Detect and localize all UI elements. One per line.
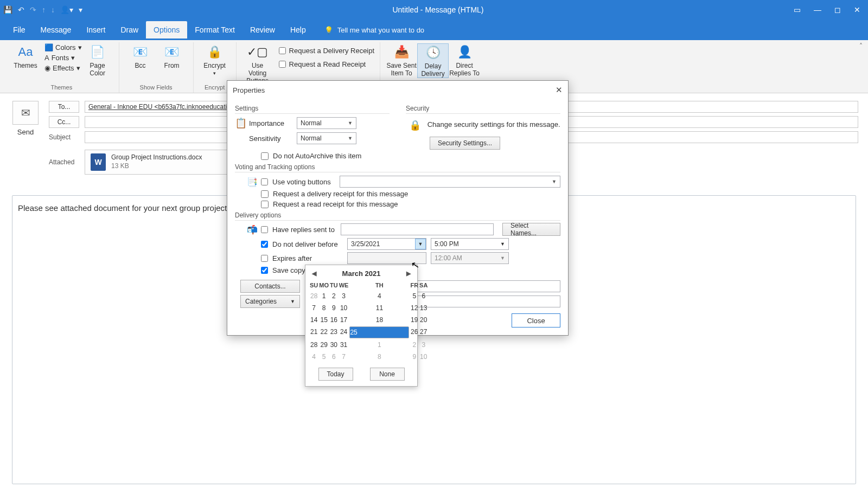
no-deliver-check[interactable]	[261, 241, 268, 248]
calendar-day[interactable]: 8	[349, 351, 409, 362]
calendar-day[interactable]: 19	[410, 314, 418, 325]
collapse-ribbon-icon[interactable]: ˄	[859, 42, 863, 50]
save-icon[interactable]: 💾	[3, 5, 12, 14]
tab-message[interactable]: Message	[33, 21, 79, 38]
calendar-day[interactable]: 2	[330, 291, 338, 301]
close-button[interactable]: Close	[512, 313, 560, 328]
tab-options[interactable]: Options	[146, 21, 187, 38]
direct-replies-button[interactable]: 👤Direct Replies To	[449, 43, 480, 78]
ribbon-display-icon[interactable]: ▭	[794, 5, 801, 14]
prev-month-icon[interactable]: ◀	[312, 270, 316, 277]
have-replies-check[interactable]	[261, 226, 268, 233]
expires-date-field[interactable]	[347, 252, 426, 264]
calendar-day[interactable]: 10	[339, 303, 349, 313]
from-button[interactable]: 📧From	[156, 43, 188, 69]
calendar-day[interactable]: 10	[419, 351, 427, 362]
calendar-day[interactable]: 23	[330, 326, 338, 338]
cc-button[interactable]: Cc...	[49, 116, 79, 128]
next-month-icon[interactable]: ▶	[406, 270, 411, 277]
calendar-day[interactable]: 21	[310, 326, 318, 338]
tell-me[interactable]: 💡 Tell me what you want to do	[324, 26, 424, 34]
calendar-day[interactable]: 14	[310, 314, 318, 325]
calendar-day[interactable]: 5	[319, 351, 329, 362]
calendar-day[interactable]: 13	[419, 303, 427, 313]
calendar-day[interactable]: 24	[339, 326, 349, 338]
importance-select[interactable]: Normal▼	[297, 117, 356, 129]
attachment-chip[interactable]: W Group Project Instructions.docx 13 KB …	[85, 150, 237, 175]
read-receipt-check[interactable]: Request a Read Receipt	[279, 60, 375, 68]
expires-time-field[interactable]: 12:00 AM▼	[431, 252, 509, 264]
req-delivery-check[interactable]	[261, 190, 269, 198]
calendar-day[interactable]: 6	[419, 291, 427, 301]
delay-delivery-button[interactable]: 🕓Delay Delivery	[417, 43, 449, 78]
calendar-day[interactable]: 27	[419, 326, 427, 338]
save-sent-button[interactable]: 📥Save Sent Item To	[386, 43, 417, 78]
req-read-check[interactable]	[261, 201, 269, 208]
calendar-day[interactable]: 3	[419, 339, 427, 350]
categories-button[interactable]: Categories▼	[240, 295, 300, 308]
expires-check[interactable]	[261, 255, 268, 262]
save-copy-check[interactable]	[261, 267, 268, 274]
sensitivity-select[interactable]: Normal▼	[297, 132, 356, 144]
calendar-day[interactable]: 22	[319, 326, 329, 338]
calendar-day[interactable]: 6	[330, 351, 338, 362]
bcc-button[interactable]: 📧Bcc	[125, 43, 156, 69]
use-voting-check[interactable]	[261, 178, 268, 185]
user-icon[interactable]: 👤▾	[60, 5, 73, 14]
calendar-day[interactable]: 28	[310, 339, 318, 350]
tab-file[interactable]: File	[5, 21, 33, 38]
replies-to-field[interactable]	[341, 223, 494, 235]
contacts-button[interactable]: Contacts...	[240, 280, 300, 293]
calendar-day[interactable]: 1	[349, 339, 409, 350]
calendar-day[interactable]: 28	[310, 291, 318, 301]
calendar-day[interactable]: 7	[310, 303, 318, 313]
calendar-day[interactable]: 9	[330, 303, 338, 313]
effects-button[interactable]: ◉Effects ▾	[44, 64, 82, 72]
calendar-day[interactable]: 30	[330, 339, 338, 350]
fonts-button[interactable]: AFonts ▾	[44, 54, 82, 62]
voting-buttons-button[interactable]: ✓▢Use Voting Buttons	[242, 43, 273, 85]
select-names-button[interactable]: Select Names...	[502, 223, 560, 236]
voting-buttons-select[interactable]: ▼	[340, 176, 560, 188]
calendar-day[interactable]: 2	[410, 339, 418, 350]
close-window-icon[interactable]: ✕	[854, 5, 860, 14]
maximize-icon[interactable]: ◻	[834, 5, 841, 14]
none-button[interactable]: None	[370, 368, 405, 381]
deliver-date-field[interactable]: 3/25/2021 ▼	[347, 238, 426, 250]
page-color-button[interactable]: 📄 Page Color	[82, 43, 113, 77]
calendar-day[interactable]: 5	[410, 291, 418, 301]
today-button[interactable]: Today	[318, 368, 353, 381]
calendar-day[interactable]: 11	[349, 303, 409, 313]
calendar-day[interactable]: 4	[310, 351, 318, 362]
tab-format-text[interactable]: Format Text	[187, 21, 242, 38]
send-button[interactable]: ✉	[12, 101, 39, 125]
calendar-day[interactable]: 25	[349, 326, 409, 338]
deliver-time-field[interactable]: 5:00 PM▼	[431, 238, 509, 250]
calendar-day[interactable]: 16	[330, 314, 338, 325]
security-settings-button[interactable]: Security Settings...	[430, 137, 500, 150]
calendar-day[interactable]: 1	[319, 291, 329, 301]
calendar-day[interactable]: 20	[419, 314, 427, 325]
redo-icon[interactable]: ↷	[30, 5, 36, 14]
calendar-day[interactable]: 18	[349, 314, 409, 325]
calendar-day[interactable]: 9	[410, 351, 418, 362]
tab-help[interactable]: Help	[283, 21, 314, 38]
calendar-day[interactable]: 31	[339, 339, 349, 350]
encrypt-button[interactable]: 🔒Encrypt▾	[199, 43, 231, 76]
calendar-day[interactable]: 29	[319, 339, 329, 350]
tab-draw[interactable]: Draw	[113, 21, 146, 38]
delivery-receipt-check[interactable]: Request a Delivery Receipt	[279, 47, 375, 55]
calendar-day[interactable]: 7	[339, 351, 349, 362]
calendar-day[interactable]: 17	[339, 314, 349, 325]
calendar-day[interactable]: 15	[319, 314, 329, 325]
to-button[interactable]: To...	[49, 101, 79, 113]
tab-insert[interactable]: Insert	[79, 21, 113, 38]
calendar-day[interactable]: 4	[349, 291, 409, 301]
minimize-icon[interactable]: —	[814, 5, 821, 14]
autoarchive-check[interactable]	[261, 152, 269, 160]
calendar-day[interactable]: 12	[410, 303, 418, 313]
qat-more-icon[interactable]: ▾	[79, 5, 82, 14]
themes-button[interactable]: Aa Themes	[10, 43, 41, 77]
tab-review[interactable]: Review	[242, 21, 283, 38]
calendar-day[interactable]: 26	[410, 326, 418, 338]
